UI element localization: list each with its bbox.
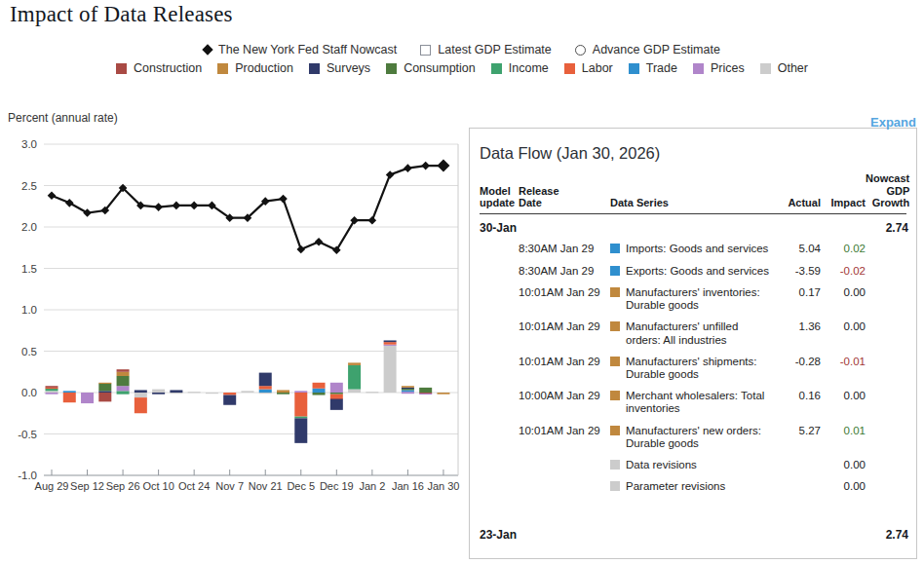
legend-item-prices: Prices [693, 61, 745, 75]
page-title: Impact of Data Releases [10, 2, 233, 27]
y-gridlines: 3.02.52.01.51.00.50.0-0.5-1.0 [18, 138, 458, 481]
legend-label: Consumption [404, 61, 476, 75]
nowcast-gdp-growth-value: 2.74 [866, 221, 908, 235]
col-nowcast: Nowcast GDP Growth [866, 172, 908, 209]
model-update-cell [480, 351, 519, 359]
legend-item-production: Production [217, 61, 293, 75]
data-series-cell: Manufacturers' inventories: Durable good… [610, 282, 782, 316]
legend-item-trade: Trade [629, 61, 677, 75]
legend-label: Advance GDP Estimate [593, 43, 720, 56]
impact-cell: 0.00 [821, 282, 866, 303]
bar-segment-surveys [223, 395, 236, 405]
svg-text:Dec 5: Dec 5 [287, 480, 315, 492]
table-row: 8:30AM Jan 29Exports: Goods and services… [480, 260, 906, 282]
svg-text:-0.5: -0.5 [18, 429, 37, 440]
nowcast-point [421, 162, 430, 170]
legend-label: Trade [646, 61, 677, 75]
col-impact: Impact [821, 197, 866, 209]
nowcast-cell [866, 386, 908, 395]
bar-segment-income [117, 393, 130, 395]
data-series-name: Manufacturers' inventories: Durable good… [626, 286, 772, 312]
actual-cell: 0.16 [782, 386, 821, 407]
data-series-name: Imports: Goods and services [626, 243, 768, 255]
bar-segment-labor [223, 393, 236, 395]
svg-text:Nov 21: Nov 21 [249, 480, 283, 492]
legend-swatch-labor [564, 63, 575, 74]
legend-label: Construction [134, 61, 202, 75]
nowcast-cell [866, 260, 908, 269]
legend-label: Production [235, 61, 293, 75]
nowcast-point [154, 203, 163, 211]
legend-label: Surveys [327, 61, 370, 75]
table-row: 10:01AM Jan 29Manufacturers' inventories… [480, 282, 906, 316]
nowcast-point [173, 202, 181, 210]
legend-item-income: Income [491, 61, 549, 75]
legend-item-the-new-york-fed-staff-nowcast: The New York Fed Staff Nowcast [204, 43, 397, 56]
nowcast-line [48, 160, 450, 255]
group-row: 23-Jan2.74 [480, 521, 906, 545]
svg-text:2.5: 2.5 [21, 180, 37, 192]
impact-cell: 0.00 [821, 476, 866, 498]
category-swatch-production [610, 357, 620, 366]
bar-segment-prices [330, 383, 343, 393]
bar-segment-other [348, 390, 361, 393]
data-series-cell: Manufacturers' shipments: Durable goods [610, 351, 782, 385]
nowcast-point [368, 216, 377, 225]
bar-segment-other [259, 393, 272, 394]
bar-segment-labor [46, 388, 58, 389]
actual-cell: -3.59 [782, 260, 821, 282]
bar-segment-trade [63, 391, 76, 393]
data-series-name: Manufacturers' unfilled orders: All indu… [626, 320, 772, 346]
nowcast-impact-chart: 3.02.52.01.51.00.50.0-0.5-1.0Aug 29Sep 1… [0, 105, 464, 499]
actual-cell: 1.36 [782, 317, 821, 338]
square-outline-icon [420, 45, 431, 56]
bar-segment-other [46, 391, 58, 393]
bar-segment-labor [384, 342, 397, 345]
nowcast-point [279, 195, 288, 204]
impact-cell: 0.00 [821, 317, 866, 338]
col-model-update: Model update [480, 185, 519, 209]
bar-segment-prices [419, 394, 432, 395]
release-date-cell: 10:01AM Jan 29 [519, 351, 610, 372]
data-series-cell: Manufacturers' unfilled orders: All indu… [610, 317, 782, 351]
svg-text:0.0: 0.0 [21, 387, 37, 398]
bar-segment-prices [402, 393, 414, 394]
nowcast-cell [866, 420, 908, 429]
svg-text:Nov 7: Nov 7 [215, 480, 244, 492]
bar-segment-prices [294, 391, 307, 393]
col-data-series: Data Series [610, 197, 782, 209]
data-series-cell: Merchant wholesalers: Total inventories [610, 386, 782, 420]
actual-cell [782, 476, 821, 485]
bar-segment-consumption [117, 376, 130, 386]
legend-swatch-surveys [309, 63, 320, 74]
nowcast-gdp-growth-value: 2.74 [866, 528, 908, 542]
bar-segment-surveys [294, 418, 307, 443]
svg-text:0.5: 0.5 [21, 346, 37, 357]
table-row: 10:00AM Jan 29Merchant wholesalers: Tota… [480, 386, 906, 420]
bar-segment-production [277, 390, 289, 393]
nowcast-point [83, 208, 92, 217]
data-series-cell: Exports: Goods and services [610, 260, 782, 282]
bar-segment-labor [330, 395, 343, 398]
svg-text:Jan 2: Jan 2 [359, 480, 385, 492]
bar-segment-other [366, 392, 378, 393]
bar-segment-prices [117, 386, 130, 391]
model-update-cell [480, 386, 519, 395]
svg-text:Sep 26: Sep 26 [106, 480, 140, 492]
bar-segment-other [384, 346, 397, 393]
actual-cell: 5.04 [782, 239, 821, 260]
bar-segment-construction [117, 369, 130, 372]
svg-text:Oct 10: Oct 10 [142, 480, 173, 492]
legend-swatch-consumption [386, 63, 397, 74]
bar-segment-production [348, 362, 361, 365]
bar-segment-prices [46, 393, 58, 395]
category-swatch-production [610, 391, 620, 400]
bar-segment-consumption [277, 393, 289, 395]
legend-swatch-prices [693, 63, 704, 74]
nowcast-cell [866, 282, 908, 290]
bar-segment-labor [135, 397, 147, 413]
nowcast-cell [866, 455, 908, 464]
expand-link[interactable]: Expand [870, 115, 916, 130]
category-swatch-production [610, 287, 620, 297]
svg-text:3.0: 3.0 [21, 138, 37, 150]
